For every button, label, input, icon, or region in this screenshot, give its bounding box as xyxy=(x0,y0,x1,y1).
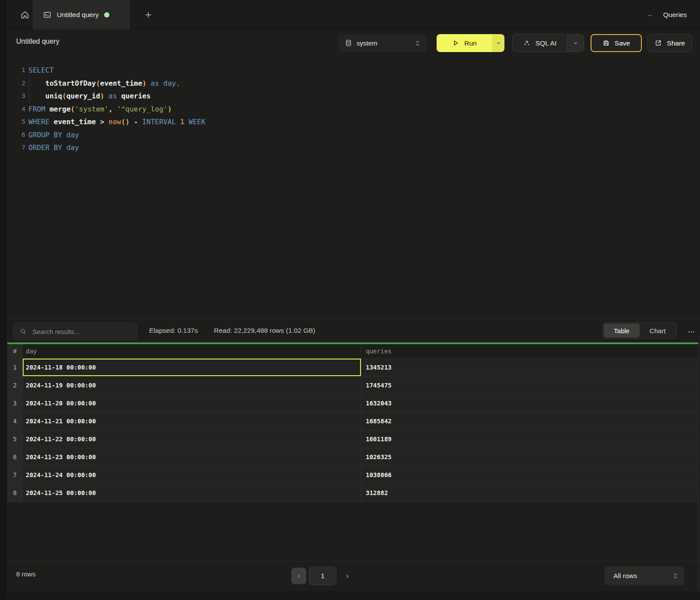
share-button[interactable]: Share xyxy=(648,34,692,52)
rows-per-page-select[interactable]: All rows xyxy=(605,566,684,585)
table-row: 52024-11-22 00:00:001601189 xyxy=(7,430,699,448)
table-cell-day[interactable]: 2024-11-24 00:00:00 xyxy=(23,466,361,484)
elapsed-stat: Elapsed: 0.137s xyxy=(149,318,198,343)
table-cell-day[interactable]: 2024-11-21 00:00:00 xyxy=(23,412,361,430)
sql-ai-label: SQL AI xyxy=(536,39,557,47)
table-row: 42024-11-21 00:00:001685842 xyxy=(7,412,699,430)
results-table-header: # day queries xyxy=(7,344,699,359)
sparkles-icon xyxy=(523,39,531,47)
code-line[interactable]: WHERE event_time > now() - INTERVAL 1 WE… xyxy=(28,115,696,129)
row-number-cell: 6 xyxy=(7,448,23,466)
row-number-cell: 7 xyxy=(7,466,23,484)
line-number: 3 xyxy=(13,90,25,103)
database-select-value: system xyxy=(357,39,410,47)
sql-editor[interactable]: 1234567 SELECT toStartOfDay(event_time) … xyxy=(7,57,700,318)
previous-page-button[interactable]: ‹ xyxy=(291,568,306,584)
row-number-cell: 4 xyxy=(7,412,23,430)
table-row: 22024-11-19 00:00:001745475 xyxy=(7,377,699,394)
save-button[interactable]: Save xyxy=(591,34,642,52)
row-number-cell: 2 xyxy=(7,377,23,394)
tab-title: Untitled query xyxy=(57,11,99,19)
results-table-body: 12024-11-18 00:00:00134521322024-11-19 0… xyxy=(7,359,699,502)
table-cell-day[interactable]: 2024-11-22 00:00:00 xyxy=(23,430,361,448)
column-header-day[interactable]: day xyxy=(23,344,361,359)
results-toolbar: Search results... Elapsed: 0.137s Read: … xyxy=(7,318,700,342)
table-cell-day[interactable]: 2024-11-23 00:00:00 xyxy=(23,448,361,466)
row-number-cell: 3 xyxy=(7,394,23,412)
table-cell-queries[interactable]: 1685842 xyxy=(361,412,699,430)
code-line[interactable]: FROM merge('system', '^query_log') xyxy=(28,103,696,116)
results-menu-button[interactable] xyxy=(685,325,698,338)
database-select[interactable]: system xyxy=(338,34,427,52)
chevron-left-icon: ‹ xyxy=(298,572,300,580)
read-stat: Read: 22,229,488 rows (1.02 GB) xyxy=(214,318,315,343)
table-cell-queries[interactable]: 1038066 xyxy=(361,466,699,484)
table-cell-queries[interactable]: 1601189 xyxy=(361,430,699,448)
table-row: 62024-11-23 00:00:001026325 xyxy=(7,448,699,466)
ellipsis-icon xyxy=(687,328,695,336)
sql-ai-button-group: SQL AI xyxy=(512,34,584,52)
table-cell-queries[interactable]: 312882 xyxy=(361,484,699,502)
line-number: 6 xyxy=(13,129,25,142)
table-cell-day[interactable]: 2024-11-20 00:00:00 xyxy=(23,394,361,412)
table-cell-day-selected[interactable]: 2024-11-18 00:00:00 xyxy=(23,359,361,377)
code-line[interactable]: GROUP BY day xyxy=(28,129,696,142)
search-icon xyxy=(20,328,27,335)
run-button-label: Run xyxy=(464,39,476,47)
updown-chevron-icon xyxy=(672,572,678,579)
table-cell-queries[interactable]: 1345213 xyxy=(361,359,699,377)
results-table: # day queries 12024-11-18 00:00:00134521… xyxy=(7,344,699,502)
new-tab-button[interactable] xyxy=(137,0,160,29)
rows-per-page-value: All rows xyxy=(613,572,672,580)
table-row: 12024-11-18 00:00:001345213 xyxy=(7,359,699,377)
tab-untitled-query[interactable]: Untitled query xyxy=(33,0,130,29)
table-cell-queries[interactable]: 1026325 xyxy=(361,448,699,466)
sql-ai-button[interactable]: SQL AI xyxy=(513,35,567,52)
row-number-cell: 8 xyxy=(7,484,23,502)
window-right-edge xyxy=(698,342,699,591)
save-button-label: Save xyxy=(615,39,630,47)
code-line[interactable]: toStartOfDay(event_time) as day, xyxy=(28,77,696,90)
external-link-icon xyxy=(654,39,662,47)
row-number-cell: 1 xyxy=(7,359,23,377)
table-cell-day[interactable]: 2024-11-25 00:00:00 xyxy=(23,484,361,502)
results-footer: 8 rows ‹ 1 › All rows xyxy=(7,561,700,591)
table-cell-queries[interactable]: 1745475 xyxy=(361,377,699,394)
next-page-button[interactable]: › xyxy=(340,568,355,584)
terminal-icon xyxy=(43,10,52,19)
search-input[interactable]: Search results... xyxy=(13,323,137,340)
chevron-right-icon: › xyxy=(346,572,349,580)
chevron-down-icon xyxy=(496,40,501,46)
table-row: 32024-11-20 00:00:001632043 xyxy=(7,394,699,412)
view-toggle-chart[interactable]: Chart xyxy=(640,324,676,338)
plus-icon xyxy=(144,10,153,19)
table-cell-queries[interactable]: 1632043 xyxy=(361,394,699,412)
updown-chevron-icon xyxy=(415,40,420,47)
line-number: 7 xyxy=(13,141,25,154)
chevron-down-icon xyxy=(573,40,578,46)
line-number: 2 xyxy=(13,77,25,90)
table-cell-day[interactable]: 2024-11-19 00:00:00 xyxy=(23,377,361,394)
topbar: Untitled query Queries xyxy=(7,0,700,29)
row-count-label: 8 rows xyxy=(16,570,35,578)
current-page-button[interactable]: 1 xyxy=(309,567,336,585)
left-rail xyxy=(0,0,7,600)
code-line[interactable]: uniq(query_id) as queries xyxy=(28,90,696,103)
run-button-group: Run xyxy=(437,34,504,52)
sql-ai-options-button[interactable] xyxy=(567,35,584,52)
editor-code[interactable]: SELECT toStartOfDay(event_time) as day, … xyxy=(28,64,696,154)
code-line[interactable]: SELECT xyxy=(28,64,696,77)
column-header-queries[interactable]: queries xyxy=(361,344,699,359)
view-toggle-table[interactable]: Table xyxy=(604,324,640,338)
sql-console-window: Untitled query Queries Untitled query sy… xyxy=(0,0,700,600)
share-button-label: Share xyxy=(667,39,685,47)
run-options-button[interactable] xyxy=(492,34,504,52)
database-icon xyxy=(345,39,352,47)
overflow-dots-icon[interactable] xyxy=(647,11,654,18)
queries-link[interactable]: Queries xyxy=(663,11,687,19)
table-row: 72024-11-24 00:00:001038066 xyxy=(7,466,699,484)
column-header-index: # xyxy=(7,344,23,359)
window-bottom-edge xyxy=(7,591,700,600)
run-button[interactable]: Run xyxy=(437,34,492,52)
code-line[interactable]: ORDER BY day xyxy=(28,141,696,154)
